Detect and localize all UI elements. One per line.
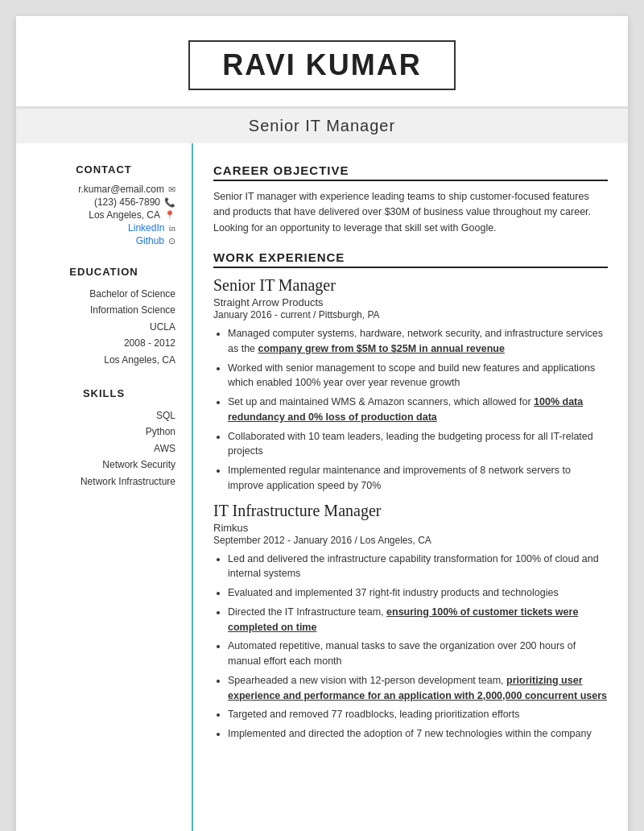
company-0: Straight Arrow Products — [213, 296, 608, 308]
work-heading: WORK EXPERIENCE — [213, 250, 608, 268]
bullet-0-4: Implemented regular maintenance and impr… — [228, 463, 608, 494]
education-section: EDUCATION Bachelor of Science Informatio… — [32, 266, 175, 368]
skills-heading: SKILLS — [32, 387, 175, 399]
bullet-0-2: Set up and maintained WMS & Amazon scann… — [228, 395, 608, 425]
objective-text: Senior IT manager with experience leadin… — [213, 189, 608, 236]
bullet-1-4: Spearheaded a new vision with 12-person … — [228, 673, 608, 704]
main-content: CAREER OBJECTIVE Senior IT manager with … — [193, 143, 628, 831]
email-icon: ✉ — [168, 184, 175, 195]
bullet-0-1: Worked with senior management to scope a… — [228, 361, 608, 391]
sidebar: CONTACT r.kumar@email.com ✉ (123) 456-78… — [16, 143, 193, 831]
linkedin-link[interactable]: LinkedIn — [128, 222, 164, 234]
phone-icon: 📞 — [164, 197, 175, 208]
bullet-1-0: Led and delivered the infrastructure cap… — [228, 552, 608, 582]
skills-section: SKILLS SQLPythonAWSNetwork SecurityNetwo… — [32, 387, 175, 490]
bullet-0-3: Collaborated with 10 team leaders, leadi… — [228, 429, 608, 460]
email-row: r.kumar@email.com ✉ — [32, 184, 175, 195]
resume-container: RAVI KUMAR Senior IT Manager CONTACT r.k… — [16, 16, 628, 831]
bullet-1-1: Evaluated and implemented 37 right-fit i… — [228, 585, 608, 601]
bullet-0-0: Managed computer systems, hardware, netw… — [228, 326, 608, 357]
skills-list: SQLPythonAWSNetwork SecurityNetwork Infr… — [32, 407, 175, 490]
objective-heading: CAREER OBJECTIVE — [213, 163, 608, 181]
github-icon: ⊙ — [168, 236, 175, 246]
jobs-container: Senior IT ManagerStraight Arrow Products… — [213, 276, 608, 742]
bullet-1-5: Targeted and removed 77 roadblocks, lead… — [228, 707, 608, 722]
education-heading: EDUCATION — [32, 266, 175, 278]
degree: Bachelor of Science Information Science … — [32, 286, 175, 368]
company-1: Rimkus — [213, 522, 608, 534]
title-bar: Senior IT Manager — [16, 109, 628, 143]
location-text: Los Angeles, CA — [89, 209, 160, 221]
job-dates-1: September 2012 - January 2016 / Los Ange… — [213, 535, 608, 546]
candidate-name: RAVI KUMAR — [222, 48, 421, 82]
body: CONTACT r.kumar@email.com ✉ (123) 456-78… — [16, 143, 628, 831]
bullet-1-2: Directed the IT Infrastructure team, ens… — [228, 605, 608, 635]
job-title-1: IT Infrastructure Manager — [213, 502, 608, 520]
job-1: IT Infrastructure ManagerRimkusSeptember… — [213, 502, 608, 742]
location-row: Los Angeles, CA 📍 — [32, 209, 175, 221]
name-box: RAVI KUMAR — [188, 40, 455, 90]
bullet-list-1: Led and delivered the infrastructure cap… — [228, 552, 608, 742]
bullet-list-0: Managed computer systems, hardware, netw… — [228, 326, 608, 494]
candidate-title: Senior IT Manager — [24, 117, 620, 135]
email-text: r.kumar@email.com — [78, 184, 164, 195]
job-title-0: Senior IT Manager — [213, 276, 608, 295]
location-icon: 📍 — [164, 210, 175, 221]
phone-row: (123) 456-7890 📞 — [32, 196, 175, 208]
job-0: Senior IT ManagerStraight Arrow Products… — [213, 276, 608, 494]
contact-heading: CONTACT — [32, 163, 175, 176]
phone-text: (123) 456-7890 — [94, 196, 160, 208]
github-row[interactable]: Github ⊙ — [32, 235, 175, 246]
bullet-1-3: Automated repetitive, manual tasks to sa… — [228, 639, 608, 669]
contact-section: CONTACT r.kumar@email.com ✉ (123) 456-78… — [32, 163, 175, 246]
bullet-1-6: Implemented and directed the adoption of… — [228, 726, 608, 742]
job-dates-0: January 2016 - current / Pittsburgh, PA — [213, 309, 608, 320]
linkedin-icon: in — [168, 223, 175, 233]
resume-header: RAVI KUMAR — [16, 16, 628, 109]
github-link[interactable]: Github — [136, 235, 164, 246]
linkedin-row[interactable]: LinkedIn in — [32, 222, 175, 234]
